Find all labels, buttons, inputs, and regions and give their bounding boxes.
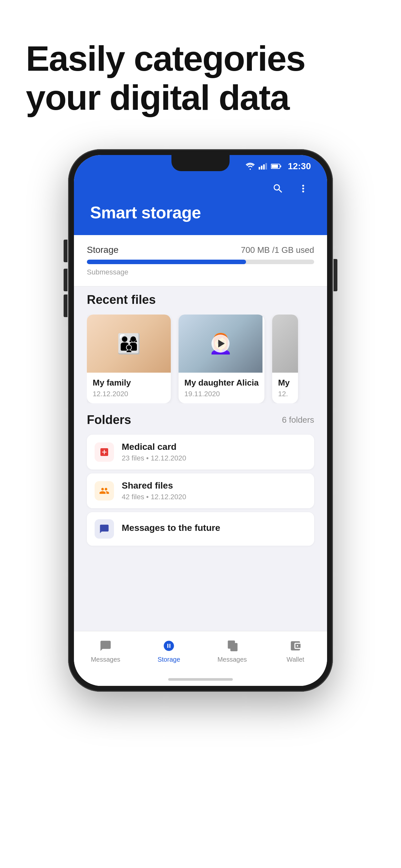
recent-files-title: Recent files [87, 293, 156, 307]
file-date-daughter: 19.11.2020 [184, 390, 258, 398]
nav-icon-wallet [287, 638, 304, 654]
play-button[interactable] [212, 335, 229, 352]
status-bar: 12:30 [74, 155, 327, 178]
file-thumb-family: 👨‍👩‍👦 [87, 314, 171, 373]
folder-details-medical: Medical card 23 files • 12.12.2020 [122, 442, 306, 462]
notch [172, 155, 229, 171]
more-options-button[interactable] [296, 181, 311, 196]
storage-nav-icon [163, 640, 175, 652]
file-card-partial[interactable]: My 12. [272, 314, 298, 403]
nav-label-messages2: Messages [217, 656, 247, 663]
recent-files-section: Recent files 👨‍👩‍👦 My family 12.12.2020 [74, 286, 327, 410]
nav-label-messages: Messages [91, 656, 120, 663]
storage-header: Storage 700 MB /1 GB used [87, 245, 314, 255]
folder-name-shared: Shared files [122, 480, 306, 491]
file-card-daughter[interactable]: 👩‍🦰 My daughter Alicia 19.11.2020 [179, 314, 265, 403]
search-icon [272, 183, 284, 194]
file-info-daughter: My daughter Alicia 19.11.2020 [179, 373, 265, 403]
wifi-icon [246, 163, 255, 170]
folder-list: Medical card 23 files • 12.12.2020 Shar [87, 435, 314, 546]
folders-title: Folders [87, 413, 131, 427]
messages-folder-icon [99, 524, 110, 534]
file-info-family: My family 12.12.2020 [87, 373, 171, 403]
folder-meta-medical: 23 files • 12.12.2020 [122, 454, 306, 462]
folder-icon-shared [95, 481, 114, 500]
file-thumb-daughter: 👩‍🦰 [179, 314, 263, 373]
folder-details-shared: Shared files 42 files • 12.12.2020 [122, 480, 306, 501]
phone-outer: 12:30 Smart stora [68, 149, 333, 692]
folder-icon-medical [95, 442, 114, 462]
app-header: Smart storage [74, 178, 327, 235]
folder-item-messages[interactable]: Messages to the future [87, 512, 314, 546]
storage-bar-bg [87, 259, 314, 264]
more-icon [297, 183, 309, 194]
storage-bar-fill [87, 259, 246, 264]
headline-section: Easily categories your digital data [0, 0, 401, 136]
messages-nav-icon [99, 640, 112, 652]
folder-item-medical[interactable]: Medical card 23 files • 12.12.2020 [87, 435, 314, 469]
folder-details-messages: Messages to the future [122, 523, 306, 535]
app-title: Smart storage [90, 203, 311, 222]
folder-item-shared[interactable]: Shared files 42 files • 12.12.2020 [87, 473, 314, 508]
folders-count: 6 folders [282, 415, 314, 425]
nav-item-messages[interactable]: Messages [89, 638, 122, 663]
file-date-family: 12.12.2020 [93, 390, 165, 398]
folder-name-messages: Messages to the future [122, 523, 306, 533]
svg-rect-2 [280, 165, 281, 167]
headline-text: Easily categories your digital data [26, 39, 375, 117]
nav-label-wallet: Wallet [287, 656, 305, 663]
shared-icon [99, 486, 110, 496]
nav-item-messages2[interactable]: Messages [216, 638, 248, 663]
wallet-nav-icon [289, 640, 302, 652]
phone-mockup: 12:30 Smart stora [0, 136, 401, 717]
storage-submessage: Submessage [87, 268, 128, 276]
bottom-nav: Messages Storage [74, 631, 327, 673]
file-card-family[interactable]: 👨‍👩‍👦 My family 12.12.2020 [87, 314, 171, 403]
folders-header: Folders 6 folders [87, 413, 314, 427]
folder-icon-messages [95, 519, 114, 538]
nav-item-wallet[interactable]: Wallet [279, 638, 312, 663]
nav-icon-messages2 [224, 638, 240, 654]
search-button[interactable] [270, 181, 286, 196]
recent-files-scroll[interactable]: 👨‍👩‍👦 My family 12.12.2020 👩‍🦰 [87, 314, 314, 403]
folder-meta-shared: 42 files • 12.12.2020 [122, 493, 306, 501]
battery-icon [271, 163, 281, 169]
file-date-partial: 12. [278, 390, 292, 398]
nav-icon-messages [97, 638, 114, 654]
signal-icon [258, 163, 267, 169]
nav-label-storage: Storage [158, 656, 180, 663]
storage-label: Storage [87, 245, 119, 255]
messages2-nav-icon [226, 640, 238, 652]
file-name-daughter: My daughter Alicia [184, 378, 258, 388]
recent-files-header: Recent files [87, 293, 314, 307]
storage-card: Storage 700 MB /1 GB used Submessage [74, 235, 327, 286]
file-name-family: My family [93, 378, 165, 388]
file-name-partial: My [278, 378, 292, 388]
file-thumb-partial [272, 314, 298, 373]
nav-item-storage[interactable]: Storage [153, 638, 185, 663]
header-actions [90, 181, 311, 196]
home-bar [168, 678, 233, 681]
daughter-photo: 👩‍🦰 [179, 314, 263, 373]
status-icons: 12:30 [246, 161, 311, 172]
folders-section: Folders 6 folders Medical card 23 f [74, 410, 327, 631]
family-photo: 👨‍👩‍👦 [87, 314, 171, 373]
phone-screen: 12:30 Smart stora [74, 155, 327, 686]
folder-name-medical: Medical card [122, 442, 306, 452]
storage-value: 700 MB /1 GB used [241, 245, 314, 255]
file-info-partial: My 12. [272, 373, 298, 403]
nav-icon-storage [161, 638, 177, 654]
status-time: 12:30 [288, 161, 311, 172]
home-indicator [74, 673, 327, 686]
svg-rect-1 [272, 165, 278, 168]
medical-icon [99, 447, 110, 457]
